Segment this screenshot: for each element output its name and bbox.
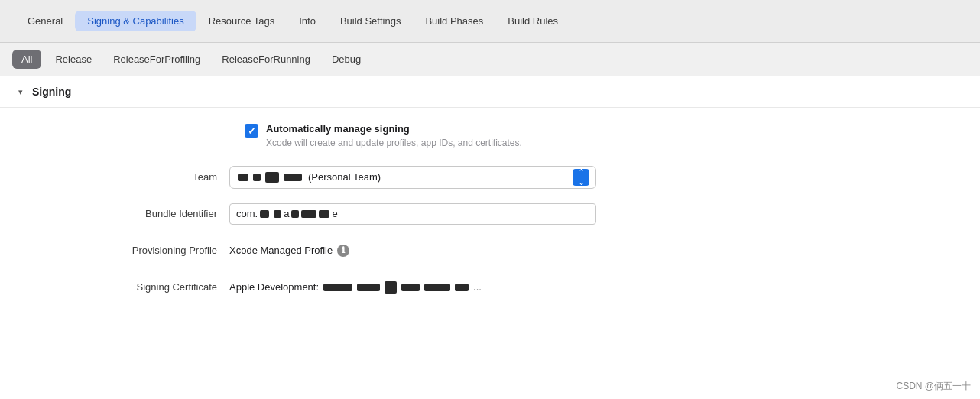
team-label: Team xyxy=(31,171,229,183)
bundle-end: e xyxy=(332,208,337,219)
filter-debug[interactable]: Debug xyxy=(321,50,372,69)
redact-4 xyxy=(284,174,302,181)
team-dropdown-arrow-icon[interactable]: ⌃⌄ xyxy=(573,169,589,186)
signing-section-title: Signing xyxy=(32,86,71,98)
cert-prefix: Apple Development: xyxy=(229,281,319,293)
team-control: (Personal Team) ⌃⌄ xyxy=(229,166,596,189)
tab-info[interactable]: Info xyxy=(287,11,328,31)
filter-all[interactable]: All xyxy=(12,50,41,69)
cert-redact-4 xyxy=(424,284,450,291)
provisioning-label: Provisioning Profile xyxy=(31,245,229,256)
tab-build-settings[interactable]: Build Settings xyxy=(328,11,414,31)
signing-form: Automatically manage signing Xcode will … xyxy=(0,108,980,327)
filter-release[interactable]: Release xyxy=(44,50,102,69)
auto-sign-sublabel: Xcode will create and update profiles, a… xyxy=(266,137,522,150)
redact-3 xyxy=(265,172,279,183)
filter-bar: All Release ReleaseForProfiling ReleaseF… xyxy=(0,43,980,76)
tab-general[interactable]: General xyxy=(15,11,75,31)
auto-sign-label-group: Automatically manage signing Xcode will … xyxy=(266,123,522,150)
cert-chart-icon xyxy=(385,281,397,294)
filter-release-for-profiling[interactable]: ReleaseForProfiling xyxy=(102,50,211,69)
tab-build-phases[interactable]: Build Phases xyxy=(413,11,495,31)
bundle-input[interactable]: com. a e xyxy=(229,203,596,225)
auto-sign-wrapper: Automatically manage signing Xcode will … xyxy=(245,123,522,150)
provisioning-info-icon[interactable]: ℹ xyxy=(337,245,349,257)
watermark: CSDN @俩五一十 xyxy=(896,380,971,393)
bundle-value: com. xyxy=(236,208,258,219)
tab-resource-tags[interactable]: Resource Tags xyxy=(196,11,287,31)
signing-section-header: ▾ Signing xyxy=(0,76,980,108)
auto-sign-checkbox[interactable] xyxy=(245,124,258,138)
redact-1 xyxy=(238,174,248,181)
cert-redact-2 xyxy=(357,284,380,291)
bundle-redact-2 xyxy=(274,210,281,218)
team-personal-label: (Personal Team) xyxy=(308,171,381,183)
signing-cert-label: Signing Certificate xyxy=(31,281,229,293)
signing-cert-row: Signing Certificate Apple Development: .… xyxy=(31,275,949,300)
tab-build-rules[interactable]: Build Rules xyxy=(495,11,570,31)
provisioning-value-row: Xcode Managed Profile ℹ xyxy=(229,245,596,257)
cert-redact-3 xyxy=(401,284,420,291)
bundle-row: Bundle Identifier com. a e xyxy=(31,202,949,226)
bundle-redact-3 xyxy=(291,210,299,218)
bundle-label: Bundle Identifier xyxy=(31,208,229,219)
team-row: Team (Personal Team) ⌃⌄ xyxy=(31,165,949,190)
cert-redact-1 xyxy=(323,284,352,291)
bundle-control: com. a e xyxy=(229,203,596,225)
signing-cert-value: Apple Development: ... xyxy=(229,281,596,294)
bundle-a: a xyxy=(284,208,289,219)
cert-ellipsis: ... xyxy=(473,281,482,293)
signing-cert-control: Apple Development: ... xyxy=(229,281,596,294)
provisioning-value: Xcode Managed Profile xyxy=(229,245,333,256)
tab-signing-capabilities[interactable]: Signing & Capabilities xyxy=(75,11,196,31)
bundle-redact-1 xyxy=(260,210,269,218)
chevron-down-icon[interactable]: ▾ xyxy=(15,86,26,97)
cert-redact-5 xyxy=(455,284,469,291)
provisioning-control: Xcode Managed Profile ℹ xyxy=(229,245,596,257)
bundle-redact-4 xyxy=(301,210,316,218)
auto-sign-row: Automatically manage signing Xcode will … xyxy=(31,123,949,150)
content-area: ▾ Signing Automatically manage signing X… xyxy=(0,76,980,399)
team-dropdown[interactable]: (Personal Team) ⌃⌄ xyxy=(229,166,596,189)
auto-sign-main-label: Automatically manage signing xyxy=(266,123,522,135)
provisioning-row: Provisioning Profile Xcode Managed Profi… xyxy=(31,238,949,263)
bundle-redact-5 xyxy=(319,210,329,218)
team-dropdown-text: (Personal Team) xyxy=(238,171,381,183)
top-tab-bar: General Signing & Capabilities Resource … xyxy=(0,0,980,43)
filter-release-for-running[interactable]: ReleaseForRunning xyxy=(211,50,321,69)
redact-2 xyxy=(253,174,261,181)
